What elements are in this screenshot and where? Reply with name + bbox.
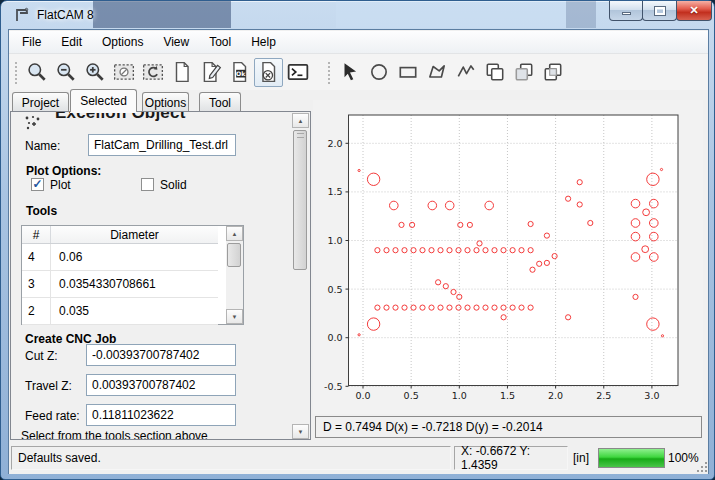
draw-polyline-button[interactable] <box>451 58 480 87</box>
status-bar: Defaults saved. X: -0.6672 Y: 1.4359 [in… <box>9 442 708 474</box>
panel-title: Excellon Object <box>55 111 186 123</box>
draw-circle-button[interactable] <box>364 58 393 87</box>
tab-selected[interactable]: Selected <box>70 89 137 112</box>
terminal-icon <box>287 61 309 83</box>
tools-table-row[interactable]: 20.035 <box>22 298 218 325</box>
zoom-out-button[interactable] <box>51 58 80 87</box>
zoom-in-button[interactable] <box>80 58 109 87</box>
close-icon: ✕ <box>689 4 698 17</box>
travelz-label: Travel Z: <box>25 379 72 393</box>
tools-table-row[interactable]: 40.06 <box>22 244 218 271</box>
glass-reflection <box>336 1 566 28</box>
menu-view[interactable]: View <box>154 32 198 52</box>
zoom-in-icon <box>84 61 106 83</box>
edit-object-button[interactable] <box>196 58 225 87</box>
tools-table-body: 40.0630.035433070866120.035 <box>22 244 218 325</box>
close-button[interactable]: ✕ <box>676 1 712 21</box>
tool-diameter-cell[interactable]: 0.0354330708661 <box>51 271 218 297</box>
flatcam-window: FlatCAM 8 ✕ File Edit Options View Tool … <box>0 0 715 480</box>
panel-scrollbar[interactable]: ▲ ▼ <box>292 113 309 439</box>
delete-object-button[interactable] <box>254 58 283 87</box>
svg-text:2.0: 2.0 <box>548 390 563 401</box>
shape-subtract-button[interactable] <box>509 58 538 87</box>
draw-polygon-button[interactable] <box>422 58 451 87</box>
new-object-button[interactable] <box>167 58 196 87</box>
col-header-number[interactable]: # <box>22 226 51 243</box>
scroll-down-icon[interactable]: ▼ <box>226 309 243 324</box>
status-message: Defaults saved. <box>11 446 451 470</box>
toolbar-drag-handle[interactable] <box>326 60 331 84</box>
menu-edit[interactable]: Edit <box>52 32 91 52</box>
tools-table: # Diameter 40.0630.035433070866120.035 ▲… <box>21 225 244 325</box>
scrollbar-thumb[interactable] <box>293 130 307 270</box>
toolbar-drag-handle[interactable] <box>13 60 18 84</box>
tool-number-cell[interactable]: 4 <box>22 244 51 270</box>
solid-checkbox-label[interactable]: Solid <box>160 178 187 192</box>
tool-diameter-cell[interactable]: 0.06 <box>51 244 218 270</box>
zoom-fit-icon <box>26 61 48 83</box>
rectangle-tool-icon <box>397 61 419 83</box>
name-input[interactable] <box>88 134 236 156</box>
maximize-icon <box>655 7 665 15</box>
minimize-button[interactable] <box>609 1 643 21</box>
shell-button[interactable] <box>283 58 312 87</box>
svg-text:-0.5: -0.5 <box>324 381 343 392</box>
toolbar: Ok <box>9 54 708 90</box>
check-icon: ✓ <box>32 179 42 189</box>
scroll-down-icon[interactable]: ▼ <box>292 424 309 439</box>
tool-number-cell[interactable]: 2 <box>22 298 51 324</box>
svg-text:1.5: 1.5 <box>327 186 342 197</box>
menu-bar: File Edit Options View Tool Help <box>9 31 708 54</box>
scroll-up-icon[interactable]: ▲ <box>292 113 309 128</box>
replot-button[interactable] <box>138 58 167 87</box>
select-tool-button[interactable] <box>335 58 364 87</box>
solid-checkbox[interactable] <box>141 178 154 191</box>
minimize-icon <box>622 12 631 15</box>
shape-cut-button[interactable] <box>538 58 567 87</box>
open-ok-button[interactable]: Ok <box>225 58 254 87</box>
svg-text:2.0: 2.0 <box>327 138 342 149</box>
excellon-object-icon <box>24 115 42 131</box>
plot-canvas[interactable]: 0.00.51.01.52.02.53.0-0.50.00.51.01.52.0 <box>313 100 703 414</box>
selected-tab-panel: Excellon Object Name: Plot Options: ✓ Pl… <box>10 111 311 440</box>
zoom-fit-button[interactable] <box>22 58 51 87</box>
menu-file[interactable]: File <box>13 32 50 52</box>
menu-options[interactable]: Options <box>93 32 152 52</box>
cutz-input[interactable] <box>86 344 236 366</box>
select-arrow-icon <box>339 61 361 83</box>
col-header-diameter[interactable]: Diameter <box>51 226 218 243</box>
thumb-grip <box>297 133 304 138</box>
tab-project[interactable]: Project <box>12 92 69 112</box>
draw-rectangle-button[interactable] <box>393 58 422 87</box>
resize-grip[interactable] <box>697 462 707 472</box>
maximize-button[interactable] <box>642 1 677 21</box>
menu-tool[interactable]: Tool <box>200 32 240 52</box>
menu-help[interactable]: Help <box>242 32 285 52</box>
clear-plot-button[interactable] <box>109 58 138 87</box>
polyline-tool-icon <box>455 61 477 83</box>
plot-checkbox-label[interactable]: Plot <box>50 178 71 192</box>
subtract-icon <box>513 61 535 83</box>
ok-file-icon: Ok <box>229 61 251 83</box>
svg-text:2.5: 2.5 <box>596 390 611 401</box>
travelz-input[interactable] <box>86 374 236 396</box>
scroll-up-icon[interactable]: ▲ <box>226 226 243 241</box>
circle-tool-icon <box>368 61 390 83</box>
tools-table-row[interactable]: 30.0354330708661 <box>22 271 218 298</box>
scrollbar-thumb[interactable] <box>227 243 241 267</box>
new-file-icon <box>171 61 193 83</box>
shape-union-button[interactable] <box>480 58 509 87</box>
plot-checkbox[interactable]: ✓ <box>31 178 44 191</box>
feedrate-input[interactable] <box>86 404 236 426</box>
plot-options-label: Plot Options: <box>26 164 101 178</box>
tools-table-header: # Diameter <box>22 226 218 244</box>
clear-plot-icon <box>113 61 135 83</box>
title-bar[interactable]: FlatCAM 8 ✕ <box>1 1 715 29</box>
tools-table-scrollbar[interactable]: ▲ ▼ <box>226 226 243 324</box>
tool-number-cell[interactable]: 3 <box>22 271 51 297</box>
svg-text:0.5: 0.5 <box>404 390 419 401</box>
delete-file-icon <box>258 61 280 83</box>
tool-diameter-cell[interactable]: 0.035 <box>51 298 218 324</box>
tab-tool[interactable]: Tool <box>199 92 241 112</box>
tab-options[interactable]: Options <box>142 92 189 112</box>
